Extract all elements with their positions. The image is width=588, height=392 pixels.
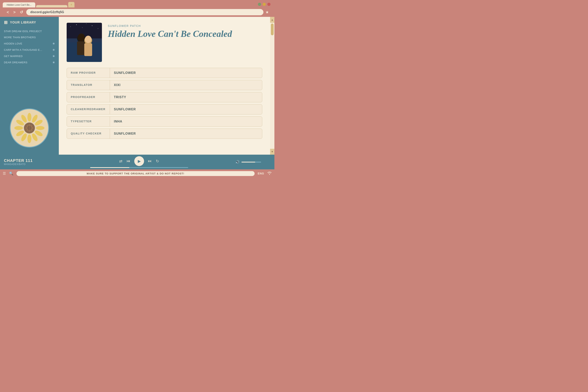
svg-point-9 [14,126,23,130]
minimize-button[interactable] [258,3,261,6]
close-button[interactable] [267,3,270,6]
sidebar-item-label: MORE THAN BROTHERS [4,36,36,39]
controls-row: ⇄ ⏮ ▶ ⏭ ↻ [119,156,159,166]
scrollbar-thumb[interactable] [271,24,274,35]
flower-icon-4: ❀ [52,61,55,64]
credit-value-translator: XIXI [110,80,124,90]
sidebar-title: YOUR LIBRARY [10,21,36,24]
svg-point-15 [32,127,33,129]
credit-row-raw: RAW PROVIDER SUNFLOWER [67,68,262,78]
next-button[interactable]: ⏭ [148,159,152,163]
prev-button[interactable]: ⏮ [126,159,130,163]
repeat-button[interactable]: ↻ [156,159,159,164]
player-info: CHAPTER 111 MANGADEX/BATO [4,158,43,166]
svg-point-17 [28,130,30,132]
bookmark-button[interactable]: ★ [266,10,269,14]
credit-value-qc: SUNFLOWER [110,129,140,138]
credit-label-proofreader: PROOFREADER [67,92,110,102]
manga-header: SUNFLOWER PATCH Hidden Love Can't Be Con… [67,23,262,62]
sidebar-item-dear-dreamers[interactable]: DEAR DREAMERS ❀ [4,59,55,66]
browser-chrome: Hidden Love Can't Be... + < > ↺ ★ [0,0,274,17]
svg-point-29 [82,28,82,28]
svg-point-38 [78,34,85,41]
reload-button[interactable]: ↺ [18,10,24,15]
scrollbar-track: ▲ ▼ [270,17,274,155]
sidebar-item-star-dream[interactable]: STAR DREAM IDOL PROJECT [4,28,55,34]
volume-bar[interactable] [242,162,261,162]
content-area: SUNFLOWER PATCH Hidden Love Can't Be Con… [59,17,270,155]
sidebar-item-carp[interactable]: CARP WITH A THOUSAND E... ❀ [4,47,55,53]
search-icon[interactable]: 🔍 [9,171,13,176]
bottom-notice: MAKE SURE TO SUPPORT THE ORIGINAL ARTIST… [16,171,254,176]
volume-section: 🔊 [235,160,270,164]
forward-button[interactable]: > [12,10,17,15]
flower-icon-2: ❀ [52,48,55,51]
svg-point-3 [36,126,44,130]
manga-title: Hidden Love Can't Be Concealed [108,29,262,39]
tab-label: Hidden Love Can't Be... [7,4,31,6]
svg-point-14 [30,125,32,127]
player-source: MANGADEX/BATO [4,163,43,166]
credit-row-qc: QUALITY CHECKER SUNFLOWER [67,128,262,139]
player-bar: CHAPTER 111 MANGADEX/BATO ⇄ ⏮ ▶ ⏭ ↻ 🔊 [0,155,274,169]
sidebar-item-more-than-brothers[interactable]: MORE THAN BROTHERS [4,34,55,40]
tab-active[interactable]: Hidden Love Can't Be... [3,2,35,8]
svg-point-19 [26,127,27,129]
credit-label-translator: TRANSLATOR [67,80,110,90]
scrollbar-up-button[interactable]: ▲ [270,17,274,23]
tab-add-button[interactable]: + [68,2,74,8]
back-button[interactable]: < [6,10,10,15]
svg-point-22 [28,128,29,130]
sidebar-header: ⊞ YOUR LIBRARY [0,20,59,28]
wifi-icon [267,171,272,176]
credit-row-typesetter: TYPESETTER INHA [67,116,262,126]
sunflower-svg [14,112,45,144]
progress-fill [90,167,129,168]
sidebar: ⊞ YOUR LIBRARY STAR DREAM IDOL PROJECT M… [0,17,59,155]
credits-table: RAW PROVIDER SUNFLOWER TRANSLATOR XIXI P… [67,68,262,139]
sidebar-item-hidden-love[interactable]: HIDDEN LOVE ❀ [4,40,55,47]
maximize-button[interactable] [263,3,266,6]
credit-label-typesetter: TYPESETTER [67,116,110,126]
shuffle-button[interactable]: ⇄ [119,159,122,164]
sidebar-item-label: DEAR DREAMERS [4,61,28,64]
language-label: ENG [258,172,264,175]
progress-bar[interactable] [90,167,188,168]
credit-label-qc: QUALITY CHECKER [67,129,110,138]
credit-value-raw: SUNFLOWER [110,68,140,78]
play-button[interactable]: ▶ [134,156,144,166]
svg-point-30 [92,26,92,26]
menu-icon[interactable]: ☰ [3,171,6,176]
sidebar-item-label: GET MARRIED [4,55,23,58]
sidebar-item-get-married[interactable]: GET MARRIED ❀ [4,53,55,59]
svg-point-18 [27,129,28,131]
svg-point-32 [86,24,86,24]
nav-bar: < > ↺ ★ [3,8,272,17]
svg-rect-37 [84,43,92,56]
credit-row-translator: TRANSLATOR XIXI [67,80,262,90]
svg-point-20 [27,125,28,127]
tab-inactive[interactable] [36,5,68,8]
window-controls [258,3,270,6]
volume-icon: 🔊 [235,160,240,164]
credit-value-cleaner: SUNFLOWER [110,104,140,114]
address-bar[interactable] [26,9,264,15]
sidebar-items-list: STAR DREAM IDOL PROJECT MORE THAN BROTHE… [0,28,59,104]
svg-point-16 [30,129,32,131]
player-chapter: CHAPTER 111 [4,158,43,163]
sidebar-item-label: HIDDEN LOVE [4,42,22,45]
credit-label-cleaner: CLEANER/REDRAWER [67,104,110,114]
svg-point-24 [28,126,29,128]
credit-label-raw: RAW PROVIDER [67,68,110,78]
svg-point-6 [28,134,31,143]
svg-point-27 [70,26,71,27]
tab-bar: Hidden Love Can't Be... + [3,2,272,8]
svg-point-28 [76,24,77,25]
player-controls: ⇄ ⏮ ▶ ⏭ ↻ [47,156,231,168]
credit-value-proofreader: TRISTY [110,92,130,102]
svg-point-21 [30,126,31,128]
logo-circle [10,108,49,148]
scrollbar-down-button[interactable]: ▼ [270,149,274,155]
credit-row-proofreader: PROOFREADER TRISTY [67,92,262,102]
main-layout: ⊞ YOUR LIBRARY STAR DREAM IDOL PROJECT M… [0,17,274,155]
